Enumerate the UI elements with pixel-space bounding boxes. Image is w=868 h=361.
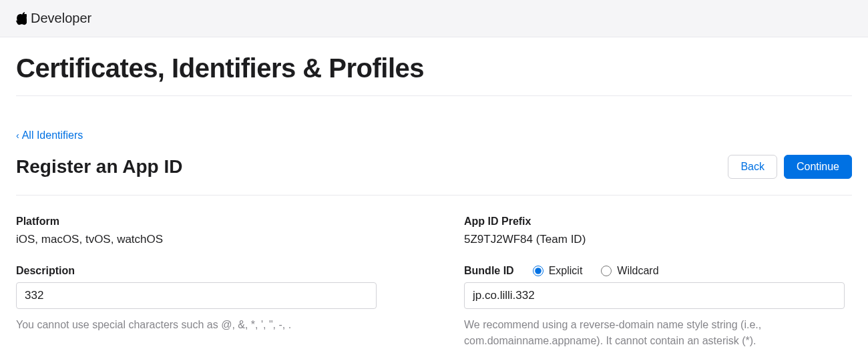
back-button[interactable]: Back	[728, 155, 777, 179]
all-identifiers-link[interactable]: ‹ All Identifiers	[16, 129, 83, 141]
bundle-id-explicit-label: Explicit	[549, 265, 583, 277]
action-buttons: Back Continue	[728, 155, 852, 179]
description-help: You cannot use special characters such a…	[16, 317, 390, 333]
content-area: Certificates, Identifiers & Profiles ‹ A…	[0, 37, 868, 361]
bundle-id-label: Bundle ID	[464, 265, 514, 277]
bundle-id-explicit-option[interactable]: Explicit	[533, 265, 583, 277]
description-label: Description	[16, 265, 404, 277]
topbar: Developer	[0, 0, 868, 37]
platform-value: iOS, macOS, tvOS, watchOS	[16, 233, 404, 246]
bundle-id-wildcard-option[interactable]: Wildcard	[601, 265, 658, 277]
bundle-id-explicit-radio[interactable]	[533, 266, 544, 276]
brand-text: Developer	[31, 11, 91, 26]
continue-button[interactable]: Continue	[784, 155, 852, 179]
app-id-prefix-label: App ID Prefix	[464, 216, 852, 228]
app-id-prefix-value: 5Z9TJ2WF84 (Team ID)	[464, 233, 852, 246]
description-input[interactable]	[16, 282, 377, 309]
bundle-id-help: We recommend using a reverse-domain name…	[464, 317, 838, 349]
page-title: Certificates, Identifiers & Profiles	[16, 53, 852, 96]
sub-title: Register an App ID	[16, 156, 182, 177]
bundle-id-wildcard-radio[interactable]	[601, 266, 612, 276]
brand[interactable]: Developer	[16, 11, 91, 26]
bundle-id-input[interactable]	[464, 282, 845, 309]
apple-logo-icon	[16, 12, 27, 25]
form-area: Platform iOS, macOS, tvOS, watchOS Descr…	[16, 216, 852, 349]
platform-label: Platform	[16, 216, 404, 228]
chevron-left-icon: ‹	[16, 130, 19, 141]
form-col-right: App ID Prefix 5Z9TJ2WF84 (Team ID) Bundl…	[464, 216, 852, 349]
form-col-left: Platform iOS, macOS, tvOS, watchOS Descr…	[16, 216, 404, 349]
bundle-id-label-row: Bundle ID Explicit Wildcard	[464, 265, 852, 277]
sub-header: Register an App ID Back Continue	[16, 155, 852, 196]
bundle-id-wildcard-label: Wildcard	[617, 265, 658, 277]
back-link-text: All Identifiers	[22, 129, 83, 141]
